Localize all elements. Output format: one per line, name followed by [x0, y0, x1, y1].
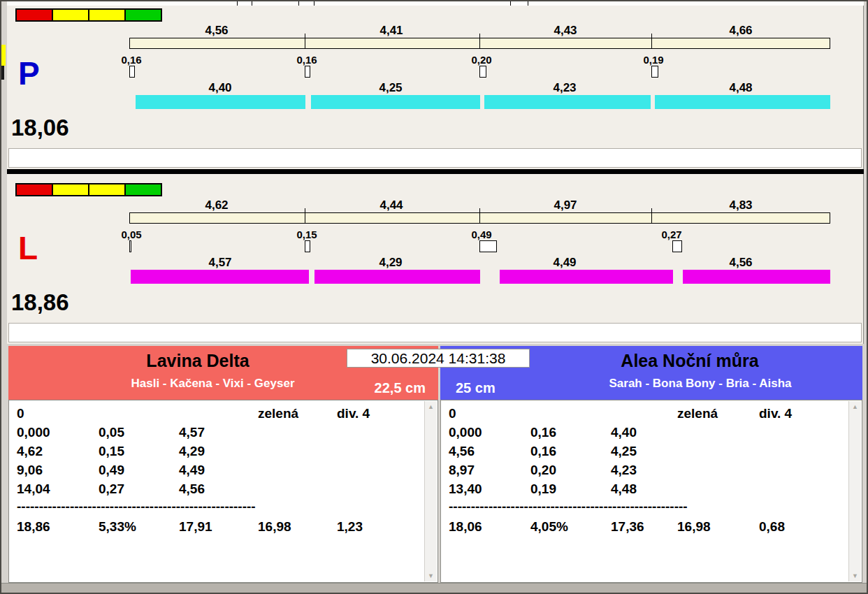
result-cell: 4,56 [449, 444, 475, 459]
dog-time-bar [484, 95, 651, 109]
team-panel-left: Lavina Delta Hasli - Kačena - Vixi - Gey… [8, 346, 438, 583]
lane-panel-p: P 4,56 4,41 4,43 4,66 0,16 0,16 0,20 0,1… [7, 6, 864, 169]
lane-total-time: 18,06 [11, 116, 69, 139]
result-cell: 0 [449, 406, 456, 421]
result-table: 0 zelená div. 4 0,000 0,16 4,40 4,56 0,1… [440, 400, 862, 583]
dog-time: 4,29 [356, 256, 426, 270]
summary-percent: 5,33% [99, 519, 136, 535]
changeover-time: 0,27 [649, 229, 695, 240]
result-cell: 4,29 [179, 444, 205, 459]
changeover-time: 0,15 [284, 229, 330, 240]
separator-line: ----------------------------------------… [17, 499, 256, 514]
lane-total-time: 18,86 [11, 291, 69, 314]
split-time: 4,43 [530, 24, 600, 38]
result-row: 4,56 0,16 4,25 [441, 444, 862, 463]
light-yellow1-icon [52, 8, 89, 22]
dog-time-bar [500, 270, 673, 284]
changeover-box [305, 240, 310, 252]
split-time: 4,66 [706, 24, 776, 38]
light-red-icon [15, 183, 53, 196]
dog-time-bar [131, 270, 309, 284]
lane-label: P [18, 57, 40, 89]
segment-tick [305, 208, 305, 224]
result-row: 0,000 0,16 4,40 [441, 425, 862, 444]
result-row: 14,04 0,27 4,56 [9, 481, 437, 500]
result-cell: 4,25 [611, 444, 637, 459]
start-lights [15, 8, 162, 22]
team-name: Lavina Delta [8, 350, 387, 371]
start-lights [15, 183, 162, 196]
dog-time-bar [655, 95, 830, 109]
dog-time: 4,57 [185, 256, 255, 270]
split-time: 4,97 [530, 198, 600, 212]
scroll-down-icon[interactable]: ▼ [425, 572, 437, 579]
team-name: Alea Noční můra [517, 350, 862, 371]
result-cell: 4,57 [179, 425, 205, 440]
result-row: 8,97 0,20 4,23 [441, 463, 862, 481]
window-edge-artifact [1, 66, 4, 80]
lane-info-field[interactable] [8, 148, 862, 168]
dog-time: 4,23 [530, 81, 600, 95]
result-row: 9,06 0,49 4,49 [9, 463, 437, 481]
light-red-icon [15, 8, 53, 22]
segment-tick [305, 34, 305, 49]
result-cell: 4,48 [611, 481, 637, 497]
result-cell: 4,23 [611, 463, 637, 478]
changeover-time: 0,49 [458, 229, 505, 240]
result-cell: 0,49 [99, 463, 124, 478]
changeover-time: 0,19 [630, 54, 677, 66]
dog-time: 4,56 [706, 256, 776, 270]
summary-value: 16,98 [258, 519, 291, 535]
light-yellow1-icon [52, 183, 89, 196]
result-summary-row: 18,06 4,05% 17,36 16,98 0,68 [441, 519, 862, 538]
result-cell: div. 4 [759, 406, 792, 421]
result-row: 0 zelená div. 4 [441, 406, 862, 425]
segment-tick [479, 34, 480, 49]
result-separator: ----------------------------------------… [9, 499, 437, 518]
summary-value: 17,36 [611, 519, 644, 535]
separator-line: ----------------------------------------… [449, 499, 688, 514]
timing-app-window: P 4,56 4,41 4,43 4,66 0,16 0,16 0,20 0,1… [0, 0, 868, 594]
result-row: 0 zelená div. 4 [9, 406, 437, 425]
result-cell: 0 [17, 406, 24, 421]
dog-time-bar [314, 270, 480, 284]
changeover-box [305, 66, 310, 78]
summary-value: 17,91 [179, 519, 212, 535]
result-cell: 4,49 [179, 463, 205, 478]
jump-height: 22,5 cm [375, 380, 426, 396]
result-cell: 4,40 [611, 425, 637, 440]
team-dogs: Sarah - Bona Bony - Bria - Aisha [538, 377, 862, 391]
dog-time-bar [311, 95, 480, 109]
changeover-box [479, 240, 497, 252]
split-time: 4,62 [182, 198, 252, 212]
lane-panel-l: L 4,62 4,44 4,97 4,83 0,05 0,15 0,49 0,2… [7, 174, 864, 344]
summary-value: 0,68 [759, 519, 785, 535]
result-cell: zelená [258, 406, 298, 421]
split-time: 4,44 [356, 198, 426, 212]
segment-tick [651, 34, 652, 49]
dog-time: 4,25 [356, 81, 426, 95]
dog-time: 4,40 [185, 81, 255, 95]
dog-time-bar [683, 270, 830, 284]
result-cell: 9,06 [17, 463, 43, 478]
table-scrollbar[interactable]: ▲ ▼ [848, 401, 861, 581]
result-cell: zelená [677, 406, 718, 421]
team-panel-right: Alea Noční můra Sarah - Bona Bony - Bria… [440, 346, 862, 583]
result-cell: 8,97 [449, 463, 475, 478]
result-row: 0,000 0,05 4,57 [9, 425, 437, 444]
segment-tick [479, 208, 480, 224]
bottom-status-bar [1, 583, 868, 594]
scroll-down-icon[interactable]: ▼ [849, 572, 861, 579]
light-green-icon [124, 8, 162, 22]
segment-tick [651, 208, 652, 224]
lane-info-field[interactable] [8, 323, 862, 342]
result-cell: 0,16 [530, 425, 556, 440]
summary-percent: 4,05% [530, 519, 568, 535]
team-dogs: Hasli - Kačena - Vixi - Geyser [8, 377, 417, 391]
summary-value: 1,23 [337, 519, 363, 535]
split-time: 4,41 [356, 24, 426, 38]
table-scrollbar[interactable]: ▲ ▼ [424, 401, 437, 581]
result-cell: 0,27 [99, 481, 124, 497]
scroll-up-icon[interactable]: ▲ [425, 403, 437, 410]
scroll-up-icon[interactable]: ▲ [849, 403, 861, 410]
